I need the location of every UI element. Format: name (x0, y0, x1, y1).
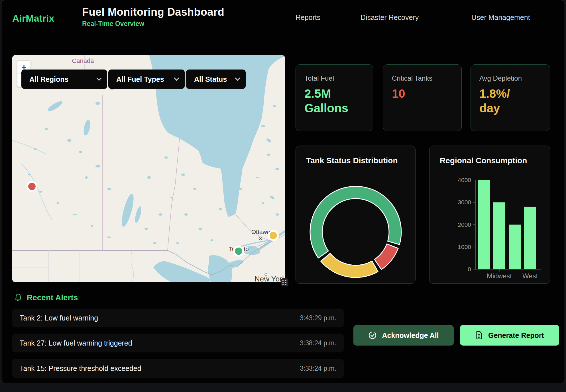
donut-segment-critical-red (374, 244, 398, 270)
map-canvas[interactable]: Canada Ottawa Toronto New York (12, 55, 285, 282)
report-document-icon (475, 331, 483, 340)
generate-report-button[interactable]: Generate Report (460, 325, 559, 346)
chevron-down-icon (96, 75, 101, 81)
bar-series-0 (478, 180, 490, 269)
check-circle-icon (368, 331, 377, 340)
alert-row: Tank 2: Low fuel warning 3:43:29 p.m. (12, 309, 344, 327)
alert-timestamp: 3:33:24 p.m. (300, 365, 336, 372)
nav-item-reports[interactable]: Reports (296, 13, 321, 22)
stat-card-critical-tanks: Critical Tanks 10 (383, 64, 462, 131)
title-block: Fuel Monitoring Dashboard Real-Time Over… (82, 6, 224, 28)
tank-marker-warning[interactable] (269, 231, 278, 240)
tank-map[interactable]: Canada Ottawa Toronto New York + − All R… (12, 55, 285, 282)
map-resize-grip-icon[interactable] (281, 278, 288, 286)
alert-timestamp: 3:38:24 p.m. (300, 339, 336, 347)
stat-card-total-fuel: Total Fuel 2.5M Gallons (296, 64, 373, 131)
region-filter-value: All Regions (29, 75, 69, 83)
stat-value: 1.8%/day (479, 86, 514, 115)
alert-row: Tank 27: Low fuel warning triggered 3:38… (12, 334, 344, 352)
bar-Midwest (493, 202, 505, 269)
svg-text:2000: 2000 (458, 221, 471, 228)
alerts-title: Recent Alerts (27, 293, 78, 302)
tank-marker-normal[interactable] (234, 247, 243, 256)
stat-label: Total Fuel (304, 74, 365, 82)
stat-card-avg-depletion: Avg Depletion 1.8%/day (471, 64, 550, 131)
svg-text:4000: 4000 (458, 177, 471, 183)
map-label-canada: Canada (72, 57, 94, 64)
status-filter-dropdown[interactable]: All Status (186, 70, 246, 89)
chevron-down-icon (174, 75, 179, 81)
svg-text:West: West (522, 272, 538, 280)
svg-text:0: 0 (468, 266, 471, 272)
donut-segment-warning-yellow (321, 253, 378, 277)
bar-West (524, 207, 536, 269)
tank-status-donut-chart (296, 146, 416, 284)
brand-logo: AirMatrix (12, 13, 54, 24)
stat-label: Avg Depletion (479, 74, 541, 82)
page-subtitle: Real-Time Overview (82, 20, 224, 28)
regional-consumption-panel: Regional Consumption 01000200030004000Mi… (429, 146, 550, 284)
map-label-newyork: New York (255, 275, 285, 282)
alerts-header: Recent Alerts (14, 293, 78, 302)
stat-label: Critical Tanks (392, 74, 453, 82)
alert-message: Tank 15: Pressure threshold exceeded (20, 364, 141, 373)
tank-marker-critical[interactable] (27, 182, 36, 191)
alert-row: Tank 15: Pressure threshold exceeded 3:3… (12, 359, 344, 378)
fuel-type-filter-value: All Fuel Types (116, 75, 164, 83)
generate-report-label: Generate Report (488, 331, 544, 340)
chevron-down-icon (235, 75, 240, 81)
svg-text:3000: 3000 (458, 199, 471, 205)
region-filter-dropdown[interactable]: All Regions (21, 70, 107, 89)
regional-consumption-bar-chart: 01000200030004000MidwestWest (429, 146, 550, 284)
svg-text:1000: 1000 (458, 244, 471, 250)
ottawa-town-icon (259, 237, 262, 240)
alert-timestamp: 3:43:29 p.m. (300, 314, 336, 322)
stat-value: 2.5M Gallons (304, 86, 354, 115)
acknowledge-all-button[interactable]: Acknowledge All (353, 325, 454, 346)
status-filter-value: All Status (194, 75, 227, 83)
tank-status-panel: Tank Status Distribution (296, 146, 416, 284)
alert-message: Tank 2: Low fuel warning (20, 314, 98, 322)
dashboard-window: AirMatrix Fuel Monitoring Dashboard Real… (1, 0, 565, 383)
nav-item-disaster-recovery[interactable]: Disaster Recovery (361, 13, 419, 22)
acknowledge-all-label: Acknowledge All (382, 331, 439, 340)
map-label-ottawa: Ottawa (251, 228, 270, 235)
page-title: Fuel Monitoring Dashboard (82, 6, 224, 18)
fuel-type-filter-dropdown[interactable]: All Fuel Types (108, 70, 185, 89)
window-bottom-strip (0, 383, 566, 392)
nav-item-user-management[interactable]: User Management (471, 13, 530, 22)
bar-series-2 (509, 225, 521, 270)
alert-message: Tank 27: Low fuel warning triggered (20, 339, 132, 347)
svg-text:Midwest: Midwest (487, 272, 512, 280)
header: AirMatrix Fuel Monitoring Dashboard Real… (1, 0, 565, 36)
bell-icon (14, 293, 22, 302)
stat-value: 10 (392, 86, 453, 101)
